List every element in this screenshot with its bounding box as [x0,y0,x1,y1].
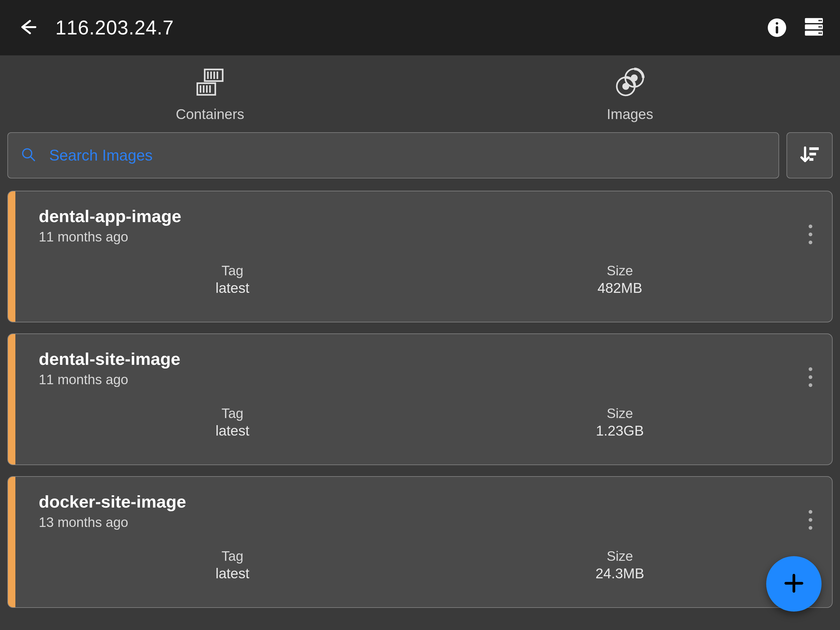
image-name: dental-app-image [39,206,813,226]
arrow-left-icon [19,18,37,38]
image-card[interactable]: dental-site-image 11 months ago Tag late… [7,334,833,465]
svg-rect-0 [805,18,823,23]
tag-label: Tag [39,548,426,564]
card-menu-button[interactable] [801,362,820,393]
svg-point-8 [820,32,822,34]
tab-images[interactable]: Images [420,55,840,132]
image-age: 13 months ago [39,514,813,530]
search-input[interactable] [49,146,766,164]
add-image-fab[interactable] [766,556,821,611]
svg-rect-1 [805,24,823,29]
svg-rect-27 [810,158,813,161]
svg-point-7 [818,32,820,34]
info-icon [768,19,786,37]
size-label: Size [426,406,813,421]
sort-desc-icon [799,144,820,167]
image-name: dental-site-image [39,349,813,369]
tab-containers[interactable]: Containers [0,55,420,132]
svg-rect-2 [805,31,823,36]
svg-rect-26 [810,153,816,155]
servers-button[interactable] [800,14,828,41]
card-menu-button[interactable] [801,505,820,535]
image-size: 24.3MB [426,565,813,582]
images-icon [613,65,647,100]
containers-icon [193,65,227,100]
tab-containers-label: Containers [176,106,244,122]
svg-point-6 [820,26,822,28]
plus-icon [783,573,805,595]
svg-point-4 [820,20,822,21]
server-stack-icon [803,16,825,39]
image-tag: latest [39,280,426,296]
card-accent [8,192,15,322]
size-label: Size [426,548,813,564]
tag-label: Tag [39,406,426,421]
svg-point-3 [818,20,820,21]
image-card[interactable]: dental-app-image 11 months ago Tag lates… [7,191,833,322]
card-accent [8,477,15,607]
sort-button[interactable] [786,132,833,179]
svg-line-24 [31,157,35,161]
image-tag: latest [39,565,426,582]
search-box[interactable] [7,132,779,179]
image-tag: latest [39,423,426,439]
search-icon [20,146,37,164]
image-age: 11 months ago [39,229,813,245]
tag-label: Tag [39,263,426,279]
image-size: 1.23GB [426,423,813,439]
image-name: docker-site-image [39,492,813,511]
back-button[interactable] [12,12,43,43]
size-label: Size [426,263,813,279]
image-card[interactable]: docker-site-image 13 months ago Tag late… [7,476,833,608]
svg-point-23 [23,149,32,158]
page-title: 116.203.24.7 [55,16,174,39]
svg-rect-25 [810,148,818,150]
card-menu-button[interactable] [801,219,820,250]
info-button[interactable] [763,14,791,41]
image-size: 482MB [426,280,813,296]
svg-point-5 [818,26,820,28]
svg-point-22 [623,84,628,89]
image-age: 11 months ago [39,372,813,387]
card-accent [8,334,15,464]
tab-images-label: Images [607,106,654,122]
